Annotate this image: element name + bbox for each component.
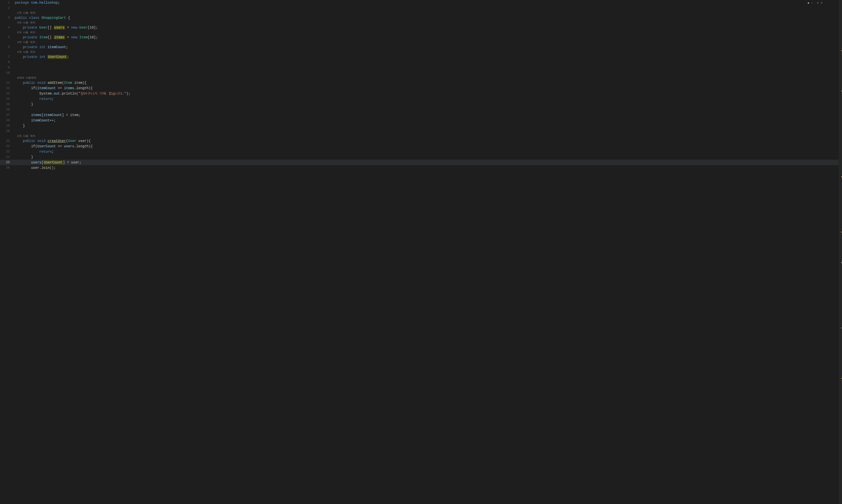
hint-text: 2개 사용 위치 xyxy=(15,11,35,15)
line-content: private Item[] items = new Item[10]; xyxy=(15,35,842,40)
line-content: user.Join(); xyxy=(15,165,842,170)
line-content: } xyxy=(15,155,842,160)
code-line[interactable]: 9 xyxy=(0,65,842,70)
line-number: 4 xyxy=(0,25,15,30)
code-line[interactable]: 6 private int itemCount; xyxy=(0,44,842,50)
code-line[interactable]: 16 xyxy=(0,107,842,112)
line-number: 8 xyxy=(0,60,15,65)
line-number: 5 xyxy=(0,35,15,40)
line-number: 26 xyxy=(0,165,15,170)
line-number: 9 xyxy=(0,65,15,70)
line-number: 12 xyxy=(0,86,15,91)
line-content: } xyxy=(15,123,842,128)
code-line[interactable]: 26 user.Join(); xyxy=(0,165,842,170)
code-line[interactable]: 12 if(itemCount >= items.length){ xyxy=(0,86,842,91)
indicator-separator: ✓ xyxy=(811,1,813,5)
line-number: 15 xyxy=(0,102,15,107)
line-content: return; xyxy=(15,96,842,102)
editor-container: ▲ ✓ ∧ ∨ 1 package com.helloshop; 2 2개 사용… xyxy=(0,0,842,504)
code-line[interactable]: 7 private int UserCount; xyxy=(0,54,842,60)
hint-text: 3개 사용 위치 xyxy=(15,20,35,25)
hint-line: 2개 사용 위치 xyxy=(0,134,842,138)
line-number: 14 xyxy=(0,96,15,102)
line-content: public void creatUser(User user){ xyxy=(15,138,842,144)
line-number: 13 xyxy=(0,91,15,96)
code-line[interactable]: 22 if(UserCount >= users.length){ xyxy=(0,144,842,149)
code-line[interactable]: 23 return; xyxy=(0,149,842,155)
code-line[interactable]: 25 users[UserCount] = user; xyxy=(0,160,842,165)
line-content xyxy=(15,65,842,70)
line-number: 19 xyxy=(0,123,15,128)
line-number: 1 xyxy=(0,0,15,5)
line-content: if(itemCount >= items.length){ xyxy=(15,86,842,91)
hint-text: 5개 사용 위치 xyxy=(15,30,35,35)
code-line[interactable]: 5 private Item[] items = new Item[10]; xyxy=(0,35,842,40)
line-number: 17 xyxy=(0,112,15,118)
hint-text: 4개 사용 위치 xyxy=(15,40,35,44)
hint-line: 4개 사용 위치 xyxy=(0,50,842,54)
line-number: 7 xyxy=(0,54,15,60)
line-content xyxy=(15,60,842,65)
line-number: 16 xyxy=(0,107,15,112)
hint-line: 4개 사용 위치 xyxy=(0,40,842,44)
code-line[interactable]: 1 package com.helloshop; xyxy=(0,0,842,5)
line-content xyxy=(15,5,842,11)
hint-text: 2개 사용 위치 xyxy=(15,134,35,138)
hint-line: 3개 사용 위치 xyxy=(0,20,842,25)
line-content: private User[] users = new User[10]; xyxy=(15,25,842,30)
code-line[interactable]: 8 xyxy=(0,60,842,65)
code-line[interactable]: 10 xyxy=(0,70,842,76)
line-number: 24 xyxy=(0,155,15,160)
top-indicators: ▲ ✓ ∧ ∨ xyxy=(808,1,822,5)
line-content: private int itemCount; xyxy=(15,44,842,50)
code-line[interactable]: 11 public void addItem(Item item){ xyxy=(0,80,842,86)
hint-line: 2개 사용 위치 xyxy=(0,11,842,15)
line-content: } xyxy=(15,102,842,107)
line-number: 20 xyxy=(0,128,15,134)
code-line[interactable]: 21 public void creatUser(User user){ xyxy=(0,138,842,144)
code-line[interactable]: 4 private User[] users = new User[10]; xyxy=(0,25,842,30)
line-content xyxy=(15,107,842,112)
code-line[interactable]: 19 } xyxy=(0,123,842,128)
line-content: private int UserCount; xyxy=(15,54,842,60)
scrollbar[interactable] xyxy=(839,0,842,504)
code-editor[interactable]: 1 package com.helloshop; 2 2개 사용 위치 3 pu… xyxy=(0,0,842,504)
line-number: 3 xyxy=(0,15,15,20)
code-line[interactable]: 3 public class ShoppingCart { xyxy=(0,15,842,20)
line-content: public class ShoppingCart { xyxy=(15,15,842,20)
warning-indicator: ▲ xyxy=(808,1,809,5)
code-line[interactable]: 14 return; xyxy=(0,96,842,102)
code-line[interactable]: 2 xyxy=(0,5,842,11)
hint-line: 0개의 사용위치 xyxy=(0,76,842,80)
line-content xyxy=(15,128,842,134)
line-number: 25 xyxy=(0,160,15,165)
line-number: 18 xyxy=(0,118,15,123)
line-number: 11 xyxy=(0,80,15,86)
line-number: 2 xyxy=(0,5,15,11)
line-content: return; xyxy=(15,149,842,155)
code-line[interactable]: 20 xyxy=(0,128,842,134)
code-line[interactable]: 17 items[itemCount] = item; xyxy=(0,112,842,118)
hint-text: 0개의 사용위치 xyxy=(15,76,36,80)
line-content: System.out.println("장바구니가 가득 찼습니다."); xyxy=(15,91,842,96)
line-content xyxy=(15,70,842,76)
line-number: 21 xyxy=(0,138,15,144)
line-number: 22 xyxy=(0,144,15,149)
line-content: public void addItem(Item item){ xyxy=(15,80,842,86)
chevron-down-icon[interactable]: ∨ xyxy=(821,1,822,5)
line-content: package com.helloshop; xyxy=(15,0,842,5)
chevron-up-icon[interactable]: ∧ xyxy=(817,1,819,5)
code-line[interactable]: 15 } xyxy=(0,102,842,107)
code-line[interactable]: 18 itemCount++; xyxy=(0,118,842,123)
warning-icon: ▲ xyxy=(808,1,809,5)
line-number: 10 xyxy=(0,70,15,76)
line-content: items[itemCount] = item; xyxy=(15,112,842,118)
hint-text: 4개 사용 위치 xyxy=(15,50,35,54)
code-line[interactable]: 24 } xyxy=(0,155,842,160)
line-content: if(UserCount >= users.length){ xyxy=(15,144,842,149)
code-line[interactable]: 13 System.out.println("장바구니가 가득 찼습니다."); xyxy=(0,91,842,96)
line-content: users[UserCount] = user; xyxy=(15,160,842,165)
hint-line: 5개 사용 위치 xyxy=(0,30,842,35)
line-number: 23 xyxy=(0,149,15,155)
line-content: itemCount++; xyxy=(15,118,842,123)
